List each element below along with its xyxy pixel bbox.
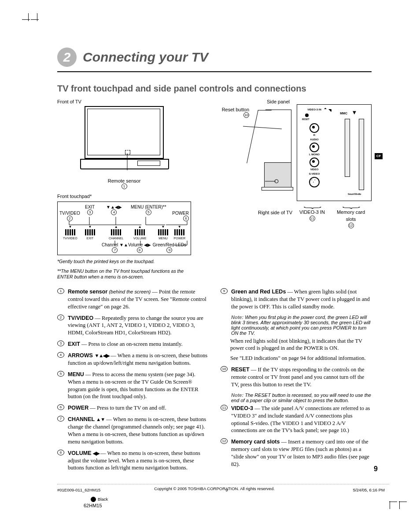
brace-icon: ⏟	[304, 201, 321, 206]
body-columns: 1Remote sensor (behind the screen) — Poi…	[57, 288, 372, 476]
remote-sensor-text: Remote sensor	[108, 178, 141, 183]
item9-after2: See "LED indications" on page 94 for add…	[230, 355, 372, 362]
remote-sensor-num: 1	[122, 183, 127, 189]
footer-line	[57, 484, 389, 484]
note-2: Note: The RESET button is recessed, so y…	[231, 392, 372, 403]
footer-doc: #01E009-011_62HM15	[57, 487, 100, 492]
item9-after1: When red lights solid (not blinking), it…	[230, 337, 372, 352]
brace-icon: ⏟	[343, 201, 360, 206]
footnote-2: **The MENU button on the TV front touchp…	[57, 268, 191, 280]
rule	[57, 71, 372, 72]
footer-model: 62HM15	[84, 503, 102, 508]
footnote-1: *Gently touch the printed keys on the to…	[57, 259, 191, 265]
front-touchpad-diagram: TV/VIDEO2 EXIT3 ▼▲◀▶4 MENU (ENTER)**5 PO…	[57, 202, 191, 255]
footer-black: Black	[91, 497, 108, 502]
note-1: Note: When you first plug in the power c…	[231, 315, 372, 336]
remote-sensor-label: Remote sensor 1	[57, 178, 191, 189]
chapter-number: 2	[57, 48, 77, 67]
tv-front-diagram	[80, 106, 168, 178]
right-side-label: Right side of TV	[256, 201, 292, 230]
svg-line-1	[149, 163, 168, 178]
cf-badge: CF	[375, 153, 383, 159]
smartmedia-label: SmartMedia	[341, 193, 368, 195]
side-panel-box: MMC VIDEO-3 IN RESET R AUDIO L MONO VIDE…	[297, 104, 372, 201]
chapter-text: Connecting your TV	[83, 50, 208, 65]
column-right: 9Green and Red LEDs — When green lights …	[221, 288, 372, 476]
column-left: 1Remote sensor (behind the screen) — Poi…	[57, 288, 208, 476]
svg-line-2	[243, 126, 282, 129]
side-panel-label: Side panel	[267, 99, 372, 104]
touchpad-label: Front touchpad*	[57, 194, 191, 199]
figure-row: Front of TV Remote sensor 1 Front touchp…	[57, 99, 372, 280]
footer-date: 5/24/05, 6:16 PM	[353, 487, 385, 492]
reset-label: Reset button10	[205, 107, 249, 118]
tv-side-profile	[256, 104, 291, 192]
chapter-title: 2 Connecting your TV	[57, 48, 372, 67]
section-heading: TV front touchpad and side panel control…	[57, 84, 372, 94]
footer-page: 9	[225, 487, 228, 492]
footer-row: #01E009-011_62HM15 9 5/24/05, 6:16 PM	[57, 487, 385, 492]
front-tv-label: Front of TV	[57, 99, 191, 104]
page-number: 9	[374, 465, 378, 473]
